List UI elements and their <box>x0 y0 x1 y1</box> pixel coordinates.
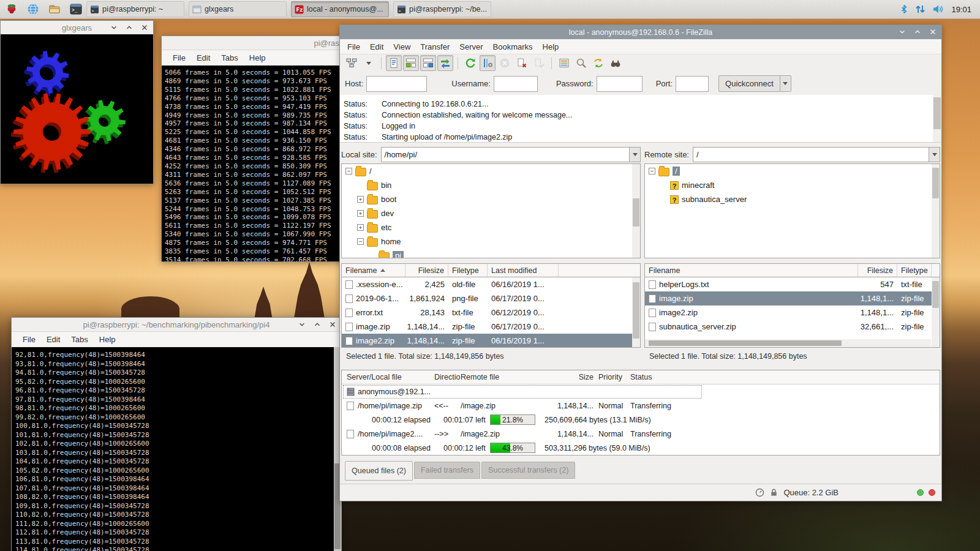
tree-item-home[interactable]: −home <box>342 234 640 249</box>
menu-transfer[interactable]: Transfer <box>415 41 454 53</box>
disconnect-icon[interactable] <box>514 55 530 71</box>
combo-dropdown-button[interactable] <box>929 148 940 162</box>
collapse-icon[interactable]: − <box>345 168 352 174</box>
remote-site-combo[interactable]: / <box>693 147 940 162</box>
tree-item-pi[interactable]: pi <box>342 249 640 258</box>
queue-server-row[interactable]: anonymous@192.1... <box>342 384 940 399</box>
expand-icon[interactable]: + <box>357 210 364 217</box>
toggle-remote-tree-icon[interactable] <box>420 55 436 71</box>
bluetooth-icon[interactable] <box>900 4 908 15</box>
minimize-icon[interactable] <box>298 321 306 328</box>
queue-column-server-local-file[interactable]: Server/Local file <box>347 370 402 384</box>
collapse-icon[interactable]: − <box>357 238 364 245</box>
quickconnect-dropdown[interactable] <box>780 75 791 92</box>
collapse-icon[interactable]: − <box>649 168 655 174</box>
menu-edit[interactable]: Edit <box>42 334 65 345</box>
tree-item-boot[interactable]: +boot <box>342 192 640 206</box>
tree-item-bin[interactable]: bin <box>342 178 640 192</box>
local-site-combo[interactable]: /home/pi/ <box>381 147 641 162</box>
tab-failed-transfers[interactable]: Failed transfers <box>414 462 480 479</box>
queue-transfer-row-1[interactable]: /home/pi/image.zip<<--/image.zip1,148,14… <box>342 399 940 413</box>
maximize-icon[interactable] <box>126 24 133 31</box>
terminal2-output[interactable]: 92,81.0,frequency(48)=150039846493,81.0,… <box>12 347 341 551</box>
file-row-subnautica-server-zip[interactable]: subnautica_server.zip32,661,...zip-file <box>645 320 940 334</box>
port-input[interactable] <box>676 76 709 92</box>
queue-column-priority[interactable]: Priority <box>598 370 622 384</box>
menu-help[interactable]: Help <box>94 334 121 345</box>
tree-item-[interactable]: −/ <box>342 164 640 178</box>
queue-column-remote-file[interactable]: Remote file <box>461 370 499 384</box>
menu-edit[interactable]: Edit <box>192 52 215 64</box>
column-header-filetype[interactable]: Filetype <box>448 264 488 277</box>
menu-tabs[interactable]: Tabs <box>66 334 92 345</box>
column-header-filename[interactable]: Filename <box>645 264 858 277</box>
tab-queued-files-2[interactable]: Queued files (2) <box>345 461 413 481</box>
minimize-icon[interactable] <box>899 28 906 36</box>
file-manager-icon[interactable] <box>47 1 62 17</box>
username-input[interactable] <box>494 76 538 92</box>
file-row-error-txt[interactable]: error.txt28,143txt-file06/12/2019 0... <box>342 305 640 320</box>
menu-edit[interactable]: Edit <box>365 41 388 53</box>
menu-file[interactable]: File <box>18 334 40 345</box>
file-row-xsession-e[interactable]: .xsession-e...2,425old-file06/16/2019 1.… <box>342 277 640 291</box>
tree-item-dev[interactable]: +dev <box>342 206 640 220</box>
site-manager-icon[interactable] <box>344 55 360 71</box>
menu-view[interactable]: View <box>388 41 415 53</box>
taskbar-window-pi-raspberrypi[interactable]: >_pi@raspberrypi: ~ <box>86 1 184 17</box>
password-input[interactable] <box>597 76 643 92</box>
glxgears-titlebar[interactable]: glxgears <box>1 21 153 35</box>
queue-column-size[interactable]: Size <box>550 370 594 384</box>
process-queue-icon[interactable] <box>480 55 496 71</box>
tree-item-minecraft[interactable]: ?minecraft <box>645 178 940 192</box>
menu-help[interactable]: Help <box>538 41 564 53</box>
close-icon[interactable] <box>329 321 336 328</box>
queue-column-directio[interactable]: Directio <box>434 370 460 384</box>
directory-listing-filters-icon[interactable] <box>556 55 572 71</box>
file-row-image-zip[interactable]: image.zip1,148,14...zip-file06/17/2019 0… <box>342 320 640 334</box>
file-row-image2-zip[interactable]: image2.zip1,148,14...zip-file06/16/2019 … <box>342 334 640 348</box>
menu-help[interactable]: Help <box>244 52 271 64</box>
queue-column-status[interactable]: Status <box>630 370 652 384</box>
file-row-helperlogs-txt[interactable]: helperLogs.txt547txt-file <box>645 277 940 291</box>
column-header-filesize[interactable]: Filesize <box>405 264 448 277</box>
file-row-2019-06-1[interactable]: 2019-06-1...1,861,924png-file06/17/2019 … <box>342 291 640 305</box>
menu-file[interactable]: File <box>168 52 190 64</box>
local-files-scrollbar[interactable] <box>632 277 640 347</box>
close-icon[interactable] <box>141 24 148 31</box>
taskbar-window-glxgears[interactable]: glxgears <box>189 1 287 17</box>
close-icon[interactable] <box>929 28 937 36</box>
directory-comparison-icon[interactable] <box>573 55 589 71</box>
toggle-local-tree-icon[interactable] <box>403 55 419 71</box>
filezilla-titlebar[interactable]: local - anonymous@192.168.0.6 - FileZill… <box>340 25 941 39</box>
menu-server[interactable]: Server <box>454 41 488 53</box>
message-log-scrollbar[interactable] <box>933 95 941 142</box>
network-arrows-icon[interactable] <box>915 4 925 15</box>
web-browser-icon[interactable] <box>25 1 41 17</box>
remote-files-hscrollbar[interactable] <box>645 339 931 347</box>
speed-limits-icon[interactable] <box>755 488 764 497</box>
menu-file[interactable]: File <box>342 41 365 53</box>
menu-bookmarks[interactable]: Bookmarks <box>488 41 538 53</box>
expand-icon[interactable]: + <box>357 196 364 203</box>
terminal-launcher-icon[interactable]: >_ <box>68 1 84 17</box>
expand-icon[interactable]: + <box>357 224 364 231</box>
quickconnect-button[interactable]: Quickconnect <box>718 75 780 92</box>
file-row-image2-zip[interactable]: image2.zip1,148,1...zip-file <box>645 305 940 320</box>
minimize-icon[interactable] <box>110 24 118 31</box>
remote-files-scrollbar[interactable] <box>932 277 940 347</box>
combo-dropdown-button[interactable] <box>629 148 640 162</box>
column-header-filesize[interactable]: Filesize <box>858 264 897 277</box>
remote-tree-scrollbar[interactable] <box>932 164 940 258</box>
reconnect-icon[interactable] <box>531 55 547 71</box>
column-header-last-modified[interactable]: Last modified <box>488 264 559 277</box>
cancel-operation-icon[interactable] <box>497 55 513 71</box>
tree-item-etc[interactable]: +etc <box>342 220 640 234</box>
lock-icon[interactable] <box>769 488 778 497</box>
maximize-icon[interactable] <box>314 321 321 328</box>
taskbar-window-local-anonymous[interactable]: Fzlocal - anonymous@... <box>291 1 389 17</box>
maximize-icon[interactable] <box>914 28 921 36</box>
queue-transfer-row-2[interactable]: /home/pi/image2....-->>/image2.zip1,148,… <box>342 427 940 441</box>
tree-item-subnautica-server[interactable]: ?subnautica_server <box>645 192 940 206</box>
tree-item-[interactable]: −/ <box>645 164 940 178</box>
volume-icon[interactable] <box>932 4 944 15</box>
